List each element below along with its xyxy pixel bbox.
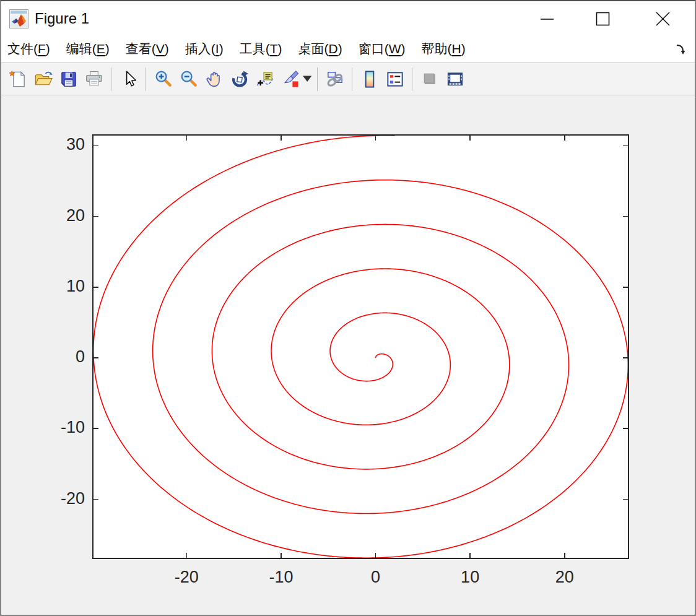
- zoom-out-icon: [179, 69, 199, 89]
- minimize-icon: [540, 12, 554, 26]
- axes[interactable]: [92, 134, 629, 559]
- save-figure-icon: [59, 69, 79, 89]
- hide-plot-tools-icon: [420, 69, 440, 89]
- y-tick-label: 10: [35, 277, 85, 296]
- y-tick: [94, 145, 98, 147]
- x-tick: [375, 553, 376, 558]
- y-tick-right: [623, 216, 628, 217]
- open-file-icon: [33, 69, 53, 89]
- menu-item-insert[interactable]: 插入(I): [185, 40, 224, 58]
- close-button[interactable]: [630, 1, 695, 36]
- figure-canvas: -20-1001020-20-100102030: [1, 96, 695, 615]
- y-tick-right: [623, 499, 628, 500]
- menu-items: 文件(F)编辑(E)查看(V)插入(I)工具(T)桌面(D)窗口(W)帮助(H): [7, 40, 482, 58]
- y-tick-label: 30: [35, 135, 85, 154]
- menu-item-file[interactable]: 文件(F): [7, 40, 50, 58]
- x-tick-top: [469, 136, 471, 141]
- pointer-arrow-icon: [119, 69, 139, 89]
- y-tick: [94, 216, 98, 217]
- matlab-figure-window: Figure 1 文件(F)编辑(E)查看(V)插入(I)工具(T)桌面: [0, 0, 696, 616]
- matlab-figure-icon: [9, 9, 28, 28]
- hide-plot-tools-button: [417, 66, 442, 92]
- y-tick: [94, 357, 98, 358]
- close-icon: [655, 11, 671, 27]
- toolbar-separator: [146, 67, 146, 91]
- x-tick: [281, 553, 282, 558]
- minimize-button[interactable]: [519, 1, 575, 36]
- menubar: 文件(F)编辑(E)查看(V)插入(I)工具(T)桌面(D)窗口(W)帮助(H): [1, 36, 695, 63]
- maximize-icon: [596, 12, 610, 26]
- x-tick-top: [281, 136, 282, 141]
- y-tick-right: [623, 357, 628, 358]
- link-plot-button[interactable]: [322, 66, 347, 92]
- titlebar[interactable]: Figure 1: [1, 1, 695, 36]
- y-tick-right: [623, 287, 628, 288]
- data-cursor-icon: [255, 69, 275, 89]
- x-tick-label: 20: [555, 568, 574, 587]
- menu-item-tools[interactable]: 工具(T): [240, 40, 282, 58]
- insert-colorbar-button[interactable]: [357, 66, 382, 92]
- x-tick-top: [186, 136, 188, 141]
- print-figure-icon: [84, 69, 104, 89]
- y-tick-label: -20: [35, 488, 85, 508]
- y-tick-right: [623, 145, 628, 147]
- edit-plot-pointer-button[interactable]: [116, 66, 141, 92]
- figure-toolbar: [1, 63, 695, 95]
- y-tick-label: 20: [35, 206, 85, 225]
- print-figure-button[interactable]: [81, 66, 107, 92]
- y-tick: [94, 499, 98, 500]
- rotate-3d-button[interactable]: [227, 66, 252, 92]
- brush-dropdown-button[interactable]: [303, 66, 313, 92]
- toolbar-separator: [111, 67, 111, 91]
- y-tick: [94, 428, 98, 429]
- y-tick-label: 0: [35, 347, 85, 367]
- insert-legend-icon: [385, 69, 405, 89]
- spiral-line: [94, 136, 628, 558]
- menu-item-window[interactable]: 窗口(W): [359, 40, 406, 58]
- show-plot-tools-dock-button[interactable]: [442, 66, 468, 92]
- chevron-down-icon: [303, 69, 313, 89]
- show-plot-tools-dock-icon: [445, 69, 465, 89]
- brush-data-button[interactable]: [277, 66, 303, 92]
- x-tick-top: [564, 136, 565, 141]
- open-file-button[interactable]: [30, 66, 56, 92]
- toolbar-separator: [412, 67, 412, 91]
- zoom-in-icon: [154, 69, 173, 89]
- new-figure-icon: [8, 69, 28, 89]
- new-figure-button[interactable]: [5, 66, 30, 92]
- menu-item-desktop[interactable]: 桌面(D): [298, 40, 342, 58]
- x-tick-label: -10: [269, 568, 293, 587]
- save-figure-button[interactable]: [56, 66, 81, 92]
- matlab-logo: [11, 14, 27, 27]
- brush-icon: [281, 69, 300, 89]
- zoom-in-button[interactable]: [150, 66, 176, 92]
- toolbar-separator: [317, 67, 318, 91]
- zoom-out-button[interactable]: [176, 66, 201, 92]
- x-tick-label: -20: [175, 568, 199, 587]
- pan-button[interactable]: [201, 66, 227, 92]
- insert-colorbar-icon: [360, 69, 380, 89]
- menu-item-edit[interactable]: 编辑(E): [66, 40, 110, 58]
- menu-item-help[interactable]: 帮助(H): [422, 40, 466, 58]
- pan-hand-icon: [204, 69, 224, 89]
- x-tick-label: 0: [371, 568, 380, 587]
- x-tick: [564, 553, 565, 558]
- maximize-button[interactable]: [575, 1, 630, 36]
- window-controls: [519, 1, 695, 36]
- y-tick: [94, 287, 98, 288]
- insert-legend-button[interactable]: [382, 66, 407, 92]
- plot-area: [94, 136, 628, 558]
- x-tick: [469, 553, 471, 558]
- window-title: Figure 1: [35, 10, 89, 27]
- y-tick-label: -10: [35, 418, 85, 437]
- link-plot-icon: [325, 69, 345, 89]
- y-tick-right: [623, 428, 628, 429]
- dock-figure-arrow-icon[interactable]: [672, 41, 689, 57]
- x-tick-top: [375, 136, 376, 141]
- x-tick: [186, 553, 188, 558]
- menu-item-view[interactable]: 查看(V): [126, 40, 169, 58]
- data-cursor-button[interactable]: [252, 66, 277, 92]
- x-tick-label: 10: [461, 568, 479, 587]
- rotate-3d-icon: [230, 69, 250, 89]
- toolbar-separator: [352, 67, 352, 91]
